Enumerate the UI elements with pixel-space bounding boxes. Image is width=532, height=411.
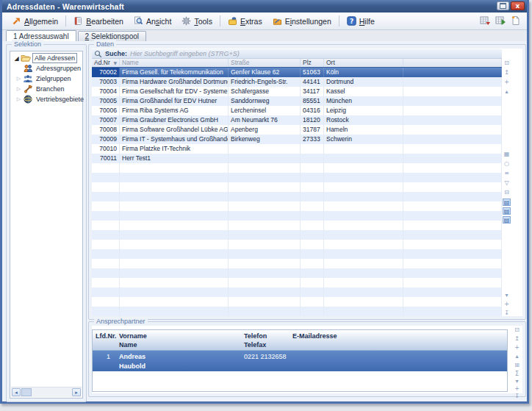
contact-column-header-lfd-nr-[interactable]: Lfd.Nr. bbox=[93, 330, 116, 350]
table-row[interactable]: 70005Firma Großhandel für EDV HutnerSand… bbox=[92, 96, 502, 106]
scroll-left-button[interactable]: ◂ bbox=[12, 388, 21, 396]
cell-plz: 85551 bbox=[301, 96, 324, 106]
table-row[interactable]: 70009Firma IT - Systemhaus und Großhande… bbox=[92, 135, 502, 144]
copy-row-icon[interactable]: ⊡ bbox=[512, 326, 522, 334]
contact-column-header-e-mailadresse[interactable]: E-Mailadresse bbox=[290, 330, 507, 350]
address-table-header[interactable]: ▼Ad.NrNameStraßePlzOrt bbox=[92, 59, 502, 68]
first-row-icon[interactable]: ↥ bbox=[512, 335, 522, 343]
table-row[interactable]: 70003Firma Hardware Großhandel DortmundF… bbox=[92, 77, 502, 87]
cell-empty bbox=[120, 249, 229, 259]
table-row[interactable]: 70008Firma Software Großhandel Lübke AGA… bbox=[92, 125, 502, 135]
selektion-tree: ◢Alle AdressenAdressgruppen▷Zielgruppen▷… bbox=[10, 51, 83, 399]
table-row[interactable]: 70002Firma Gesell. für Telekommunikation… bbox=[92, 68, 502, 77]
cell-ort: Rostock bbox=[324, 115, 403, 125]
menu-item-hilfe[interactable]: ?Hilfe bbox=[342, 15, 380, 27]
tree-item-alle-adressen[interactable]: ◢Alle Adressen bbox=[10, 53, 82, 63]
filter-icon[interactable]: ▽ bbox=[502, 179, 511, 187]
prev-row-icon[interactable]: ▴ bbox=[502, 87, 511, 96]
collapsed-expander-icon[interactable]: ▷ bbox=[15, 96, 22, 102]
empty-table-row bbox=[92, 192, 502, 201]
last-row-icon[interactable]: ↧ bbox=[502, 309, 511, 317]
table-row[interactable]: 70007Firma Graubner Electronics GmbHAm N… bbox=[92, 115, 502, 125]
menu-item-extras[interactable]: Extras bbox=[223, 15, 267, 27]
table-row[interactable]: 70004Firma Gesellschaft für EDV - System… bbox=[92, 87, 502, 96]
collapsed-expander-icon[interactable]: ▷ bbox=[15, 76, 22, 82]
scrollbar-thumb[interactable] bbox=[21, 388, 32, 396]
close-button[interactable]: x bbox=[511, 1, 525, 10]
preview-icon[interactable]: ○ bbox=[502, 160, 511, 168]
window-title: Adressdaten - Warenwirtschaft bbox=[7, 2, 124, 11]
tree-item-adressgruppen[interactable]: Adressgruppen bbox=[10, 63, 82, 74]
add-row-icon[interactable]: + bbox=[502, 300, 511, 308]
add-row-icon[interactable]: + bbox=[502, 78, 511, 86]
first-row-icon[interactable]: ↥ bbox=[502, 68, 511, 76]
menu-item-einstellungen[interactable]: Einstellungen bbox=[267, 15, 337, 27]
empty-table-row bbox=[92, 230, 502, 240]
column-header-name[interactable]: Name bbox=[120, 59, 229, 67]
table-row[interactable]: 70010Firma Platzke IT-Technik bbox=[92, 144, 502, 154]
list-view-icon[interactable]: ≡ bbox=[502, 169, 511, 177]
search-bar[interactable]: Suche: Hier Suchbegriff eingeben (STRG+S… bbox=[92, 49, 502, 59]
contact-name: AndreasHaubold bbox=[116, 351, 241, 371]
column-header-ad-nr[interactable]: ▼Ad.Nr bbox=[92, 59, 120, 67]
restore-icon bbox=[500, 3, 506, 9]
search-icon bbox=[94, 50, 102, 58]
contact-column-header-vorname[interactable]: VornameName bbox=[116, 330, 241, 350]
cell-empty bbox=[301, 287, 324, 297]
contact-table: Lfd.Nr.VornameNameTelefonTelefaxE-Mailad… bbox=[92, 329, 508, 392]
next-row-icon[interactable]: ▾ bbox=[502, 291, 511, 299]
menu-item-tools[interactable]: Tools bbox=[176, 15, 218, 27]
export-table-green-icon[interactable] bbox=[495, 15, 506, 27]
menu-item-bearbeiten[interactable]: Bearbeiten bbox=[68, 15, 129, 27]
cell-plz: 34117 bbox=[301, 87, 324, 96]
prev-row-icon[interactable]: ▴ bbox=[512, 352, 522, 360]
cell-adnr: 70008 bbox=[92, 125, 120, 135]
cell-empty bbox=[301, 268, 324, 278]
grid-view-icon[interactable]: ▦ bbox=[502, 150, 511, 158]
copy-row-icon[interactable]: ⊡ bbox=[502, 59, 511, 67]
collapsed-expander-icon[interactable]: ▷ bbox=[15, 86, 22, 92]
contact-row[interactable]: 1AndreasHaubold0221 2132658 bbox=[93, 351, 507, 371]
cell-empty bbox=[403, 287, 502, 297]
table-row[interactable]: 70011Herr Test1 bbox=[92, 154, 502, 163]
cell-empty bbox=[324, 307, 403, 316]
table-row[interactable]: 70006Firma Riba Systems AGLercheninsel04… bbox=[92, 106, 502, 115]
cell-plz: 51063 bbox=[301, 68, 324, 77]
column-header-straße[interactable]: Straße bbox=[229, 59, 301, 67]
column-header-plz[interactable]: Plz bbox=[301, 59, 324, 67]
menu-bar: AllgemeinBearbeitenAnsichtToolsExtrasEin… bbox=[2, 12, 527, 30]
layout-icon[interactable]: ⊟ bbox=[502, 188, 511, 196]
cell-empty bbox=[403, 192, 502, 201]
scroll-right-button[interactable]: ▸ bbox=[72, 388, 81, 396]
cell-empty bbox=[120, 240, 229, 249]
search-input[interactable]: Hier Suchbegriff eingeben (STRG+S) bbox=[130, 50, 240, 57]
new-document-icon[interactable] bbox=[511, 15, 520, 27]
export-table-red-icon[interactable] bbox=[480, 15, 491, 27]
cell-empty bbox=[301, 173, 324, 182]
tree-item-branchen[interactable]: ▷Branchen bbox=[10, 84, 82, 94]
cell-empty bbox=[403, 268, 502, 278]
last-row-icon[interactable]: ↧ bbox=[512, 392, 522, 400]
menu-item-ansicht[interactable]: Ansicht bbox=[129, 15, 176, 27]
tree-horizontal-scrollbar[interactable]: ◂ ▸ bbox=[11, 387, 82, 397]
cell-empty bbox=[120, 221, 229, 230]
expanded-expander-icon[interactable]: ◢ bbox=[13, 55, 20, 62]
cell-empty bbox=[229, 201, 301, 211]
tree-item-zielgruppen[interactable]: ▷Zielgruppen bbox=[10, 74, 82, 84]
contact-column-header-telefon[interactable]: TelefonTelefax bbox=[241, 330, 290, 350]
tree-item-vertriebsgebiete[interactable]: ▷Vertriebsgebiete bbox=[10, 94, 82, 104]
cell-empty bbox=[324, 182, 403, 192]
view-option-1-icon[interactable]: ▤ bbox=[503, 199, 511, 206]
daten-panel: Daten Suche: Hier Suchbegriff eingeben (… bbox=[88, 44, 526, 320]
menu-item-allgemein[interactable]: Allgemein bbox=[7, 15, 63, 27]
cell-empty bbox=[229, 259, 301, 268]
contact-table-header[interactable]: Lfd.Nr.VornameNameTelefonTelefaxE-Mailad… bbox=[93, 330, 507, 351]
column-header-ort[interactable]: Ort bbox=[324, 59, 403, 67]
view-option-2-icon[interactable]: ▤ bbox=[503, 207, 511, 215]
restore-button[interactable] bbox=[497, 1, 509, 10]
zielgruppen-icon bbox=[22, 74, 34, 83]
view-option-3-icon[interactable]: ▤ bbox=[503, 216, 511, 224]
grid-view-icon[interactable]: ⊞ bbox=[512, 361, 522, 369]
cell-name: Firma Riba Systems AG bbox=[120, 106, 229, 115]
add-row-icon[interactable]: + bbox=[512, 343, 522, 351]
